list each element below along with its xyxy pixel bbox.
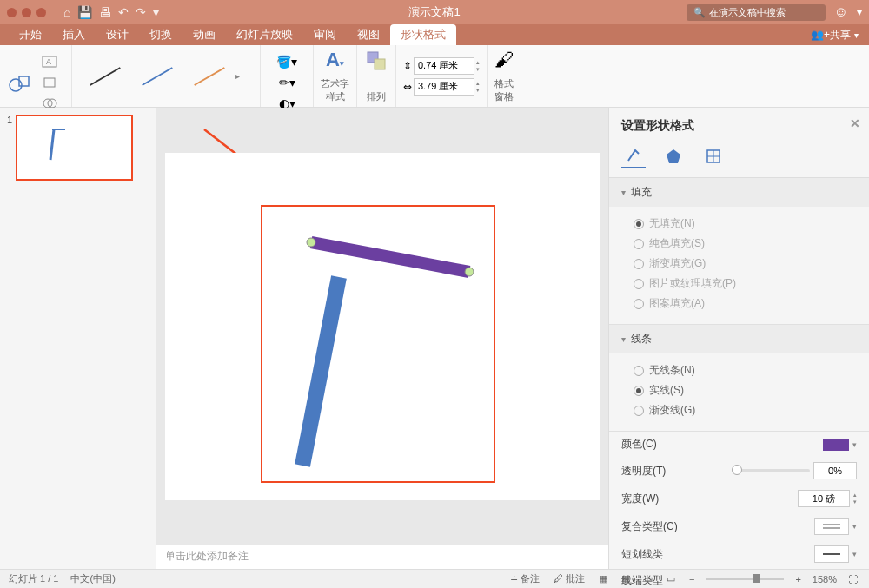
pane-tab-effects[interactable] [661,144,686,168]
fill-picture[interactable]: 图片或纹理填充(P) [634,274,857,294]
notes-toggle[interactable]: ≐ 备注 [507,572,542,585]
color-dropdown-icon[interactable]: ▾ [852,440,857,449]
arrange-button[interactable] [364,49,388,76]
fit-to-window-icon[interactable]: ⛶ [846,574,860,585]
menu-design[interactable]: 设计 [96,24,139,45]
svg-text:A: A [46,57,51,66]
main-area: 1 [0,108,869,569]
gallery-more-icon[interactable]: ▸ [235,71,253,81]
slide-canvas[interactable] [165,153,600,500]
menubar: 开始 插入 设计 切换 动画 幻灯片放映 审阅 视图 形状格式 👥+ 共享 ▾ [0,24,869,45]
print-icon[interactable]: 🖶 [99,5,111,19]
fill-gradient[interactable]: 渐变填充(G) [634,254,857,274]
maximize-window[interactable] [36,8,46,17]
svg-line-15 [302,277,339,466]
titlebar-more-icon[interactable]: ▾ [857,6,862,18]
dash-type-combo[interactable] [814,545,849,563]
svg-point-0 [10,79,22,91]
ribbon-format-pane-group: 🖌 格式 窗格 [488,45,521,107]
menu-home[interactable]: 开始 [9,24,52,45]
text-box-icon[interactable]: A [38,52,61,71]
pane-title: 设置形状格式 ✕ [609,108,869,141]
ribbon-arrange-group: 排列 [357,45,396,107]
format-pane: 设置形状格式 ✕ 填充 无填充(N) 纯色填充(S) 渐变填充(G) 图片或纹理… [608,108,869,569]
view-sorter-icon[interactable]: ▦ [619,573,633,585]
status-language[interactable]: 中文(中国) [70,572,115,585]
format-pane-button[interactable]: 🖌 [494,49,514,71]
width-down[interactable]: ▾ [476,87,480,94]
menu-insert[interactable]: 插入 [52,24,96,45]
save-icon[interactable]: 💾 [77,5,92,19]
fill-solid[interactable]: 纯色填充(S) [634,234,857,254]
fill-pattern[interactable]: 图案填充(A) [634,294,857,314]
line-gradient[interactable]: 渐变线(G) [634,400,857,420]
pane-tab-fill-line[interactable] [621,144,646,168]
zoom-slider[interactable] [706,578,784,580]
line-none[interactable]: 无线条(N) [634,360,857,380]
window-controls [7,8,46,17]
shape-outline-icon[interactable]: ✏▾ [275,73,298,92]
notes-input[interactable]: 单击此处添加备注 [156,545,608,569]
line-solid[interactable]: 实线(S) [634,380,857,400]
statusbar: 幻灯片 1 / 1 中文(中国) ≐ 备注 🖊 批注 ▦ ▦ ▭ ▭ − + 1… [0,569,869,588]
fill-options: 无填充(N) 纯色填充(S) 渐变填充(G) 图片或纹理填充(P) 图案填充(A… [609,207,869,324]
section-fill-header[interactable]: 填充 [609,178,869,207]
ribbon-wordart-group: A▾ 艺术字 样式 [314,45,357,107]
height-up[interactable]: ▴ [476,59,480,66]
prop-dash: 短划线类 ▾ [609,540,869,568]
ribbon-shapes-group: A 形状 [0,45,72,107]
menu-transitions[interactable]: 切换 [139,24,182,45]
qat-more-icon[interactable]: ▾ [153,5,159,19]
height-icon: ⇕ [403,60,412,72]
shape-blue-line[interactable] [287,270,374,474]
redo-icon[interactable]: ↷ [136,5,146,19]
wordart-button[interactable]: A▾ [326,49,344,71]
shape-fill-icon[interactable]: 🪣▾ [275,52,298,71]
comments-toggle[interactable]: 🖊 批注 [551,572,587,585]
close-pane-icon[interactable]: ✕ [850,116,860,130]
view-reading-icon[interactable]: ▭ [641,573,655,585]
height-input[interactable] [414,57,474,75]
line-color-picker[interactable] [823,439,849,451]
canvas-area: 单击此处添加备注 [156,108,608,569]
menu-review[interactable]: 审阅 [303,24,347,45]
feedback-icon[interactable]: ☺ [834,4,848,20]
menu-view[interactable]: 视图 [347,24,390,45]
line-options: 无线条(N) 实线(S) 渐变线(G) [609,353,869,431]
view-normal-icon[interactable]: ▦ [596,573,610,585]
compound-type-combo[interactable] [814,518,849,535]
menu-animations[interactable]: 动画 [182,24,226,45]
zoom-level[interactable]: 158% [813,574,837,585]
width-icon: ⇔ [403,81,412,93]
home-icon[interactable]: ⌂ [63,5,70,19]
style-preset-2[interactable] [131,56,183,97]
menu-shape-format[interactable]: 形状格式 [390,24,456,45]
arrange-label: 排列 [367,90,386,103]
width-input[interactable] [414,78,474,96]
view-slideshow-icon[interactable]: ▭ [664,573,678,585]
pane-tabs [609,141,869,178]
insert-shape-button[interactable] [7,69,31,96]
zoom-in[interactable]: + [793,574,803,585]
style-preset-3[interactable] [183,56,235,97]
ribbon-size-group: ⇕ ▴▾ ⇔ ▴▾ [396,45,488,107]
undo-icon[interactable]: ↶ [118,5,129,19]
minimize-window[interactable] [22,8,31,17]
fill-none[interactable]: 无填充(N) [634,214,857,234]
transparency-slider[interactable] [732,469,810,472]
section-line-header[interactable]: 线条 [609,325,869,353]
transparency-input[interactable] [813,462,857,479]
menu-slideshow[interactable]: 幻灯片放映 [226,24,303,45]
search-input[interactable]: 🔍 在演示文稿中搜索 [687,4,826,21]
close-window[interactable] [7,8,17,17]
line-width-input[interactable] [798,490,850,507]
height-down[interactable]: ▾ [476,66,480,73]
zoom-out[interactable]: − [687,574,697,585]
width-up[interactable]: ▴ [476,80,480,87]
pane-tab-size[interactable] [701,144,726,168]
style-preset-1[interactable] [79,56,131,97]
status-slide[interactable]: 幻灯片 1 / 1 [9,572,58,585]
share-button[interactable]: 👥+ 共享 ▾ [800,24,869,45]
slide-thumbnail-1[interactable] [16,115,133,181]
edit-shape-icon[interactable] [38,73,61,92]
